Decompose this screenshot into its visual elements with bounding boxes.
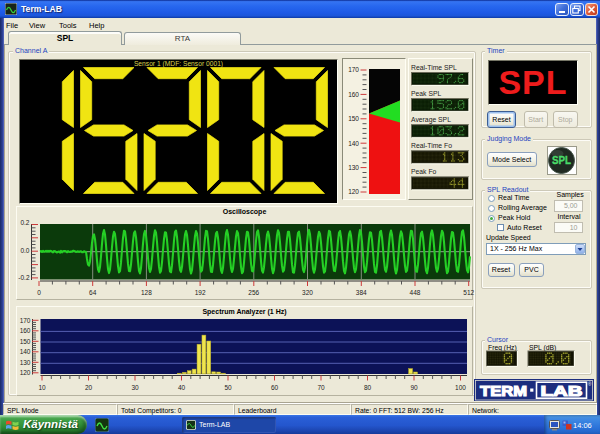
- svg-text:TERM: TERM: [480, 382, 527, 398]
- svg-text:LAB: LAB: [541, 382, 583, 398]
